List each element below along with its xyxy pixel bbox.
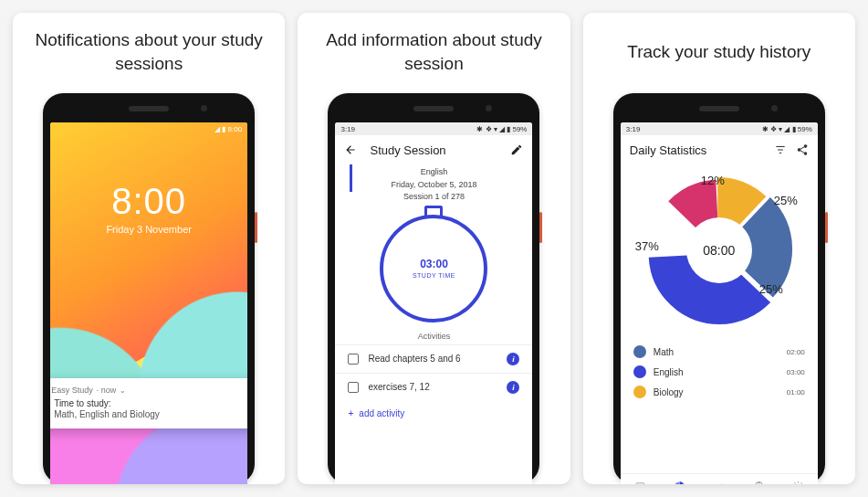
status-time: 3:19 [626,125,641,133]
clipboard-icon [752,481,765,485]
slice-label: 25% [774,194,798,207]
legend-label: Biology [654,387,684,397]
share-icon[interactable] [796,143,809,156]
nav-subjects[interactable]: Subjects [738,474,778,484]
add-activity-label: add activity [359,408,404,418]
chevron-down-icon[interactable]: ⌄ [120,386,126,395]
nav-agenda[interactable]: Agenda [621,474,660,484]
chart-legend: Math 02:00 English 03:00 Biology 01:00 [621,340,818,402]
notification-body: Math, English and Biology [54,409,160,419]
svg-rect-6 [636,483,644,484]
checkbox[interactable] [348,382,359,393]
notification-header: 📅 Easy Study · now ⌄ [50,386,247,395]
phone-screen: 3:19 ✱ ❖ ▾ ◢ ▮ 59% Daily Statistics [621,122,818,484]
phone-screen: ◢ ▮ 8:00 8:00 Friday 3 November 📅 Easy S… [50,122,247,484]
screen-title: Study Session [370,143,497,157]
lockscreen-clock: 8:00 Friday 3 November [50,181,247,235]
legend-value: 03:00 [787,368,805,376]
power-button-decor [255,212,257,243]
back-icon[interactable] [344,143,357,156]
add-activity-button[interactable]: + add activity [335,401,532,426]
status-bar: 3:19 ✱ ❖ ▾ ◢ ▮ 59% [335,122,532,135]
status-icons: ✱ ❖ ▾ ◢ ▮ 59% [762,125,812,133]
study-timer[interactable]: 03:00 STUDY TIME [380,215,487,323]
power-button-decor [825,212,828,243]
meta-accent-bar [350,164,352,192]
donut-center-label: 08:00 [703,243,735,258]
bottom-nav: Agenda Statistics Goals Subjects Setting… [621,473,818,484]
status-icons: ✱ ❖ ▾ ◢ ▮ 59% [476,125,527,133]
legend-swatch [633,386,646,398]
clock-time: 8:00 [50,181,247,222]
screen-title: Daily Statistics [630,143,765,157]
timer-time: 03:00 [420,258,448,270]
session-date: Friday, October 5, 2018 [335,179,532,192]
card-title: Notifications about your study sessions [22,27,276,77]
svg-rect-8 [757,481,759,483]
legend-value: 02:00 [787,348,805,356]
notification-card[interactable]: 📅 Easy Study · now ⌄ 📚 Time to study: Ma… [50,378,247,428]
legend-swatch [633,345,646,358]
slice-label: 37% [635,239,659,253]
donut-chart: 08:00 12% 25% 25% 37% [637,168,801,333]
status-bar: ◢ ▮ 8:00 [50,122,247,135]
screenshot-card-stats: Track your study history 3:19 ✱ ❖ ▾ ◢ ▮ … [583,13,855,484]
activity-text: Read chapters 5 and 6 [368,354,460,364]
legend-swatch [633,365,646,378]
filter-icon[interactable] [774,143,787,156]
clock-date: Friday 3 November [50,224,247,235]
legend-value: 01:00 [787,388,805,397]
phone-screen: 3:19 ✱ ❖ ▾ ◢ ▮ 59% Study Session English… [335,122,532,484]
legend-item[interactable]: English 03:00 [633,362,805,382]
edit-icon[interactable] [510,143,523,156]
legend-item[interactable]: Math 02:00 [633,342,805,362]
app-bar: Study Session [335,135,532,164]
card-title: Add information about study session [307,27,560,77]
notification-app-name: Easy Study [51,386,93,395]
session-counter: Session 1 of 278 [335,191,532,204]
session-subject: English [335,166,532,179]
status-bar: 3:19 ✱ ❖ ▾ ◢ ▮ 59% [621,122,818,135]
checkbox[interactable] [348,354,359,365]
nav-settings[interactable]: Settings [779,474,818,484]
info-icon[interactable]: i [507,353,519,365]
activities-label: Activities [335,326,532,344]
slice-label: 12% [701,174,725,187]
info-icon[interactable]: i [507,381,519,394]
piechart-icon [674,481,686,485]
notification-when: · now [97,386,117,395]
plus-icon: + [348,408,353,418]
status-icons: ◢ ▮ 8:00 [214,125,242,133]
slice-label: 25% [759,282,783,296]
legend-label: Math [654,347,674,357]
calendar-icon [633,481,646,485]
power-button-decor [539,212,542,243]
phone-frame: 3:19 ✱ ❖ ▾ ◢ ▮ 59% Daily Statistics [613,93,825,484]
nav-statistics[interactable]: Statistics [660,474,699,484]
phone-frame: ◢ ▮ 8:00 8:00 Friday 3 November 📅 Easy S… [43,93,255,484]
activity-row[interactable]: exercises 7, 12 i [335,373,532,401]
wallpaper [50,122,247,484]
screenshot-card-notifications: Notifications about your study sessions … [13,13,285,484]
card-title: Track your study history [627,27,810,77]
activity-row[interactable]: Read chapters 5 and 6 i [335,344,532,373]
activity-text: exercises 7, 12 [368,382,429,392]
status-time: 3:19 [340,125,355,133]
session-meta: English Friday, October 5, 2018 Session … [335,164,532,209]
nav-goals[interactable]: Goals [699,474,738,484]
check-icon [713,481,726,485]
notification-title: Time to study: [54,398,160,408]
phone-frame: 3:19 ✱ ❖ ▾ ◢ ▮ 59% Study Session English… [328,93,539,484]
legend-label: English [654,367,684,377]
timer-label: STUDY TIME [413,272,455,279]
screenshot-card-session: Add information about study session 3:19… [298,13,570,484]
app-bar: Daily Statistics [621,135,818,164]
gear-icon [791,481,804,485]
legend-item[interactable]: Biology 01:00 [633,382,805,402]
